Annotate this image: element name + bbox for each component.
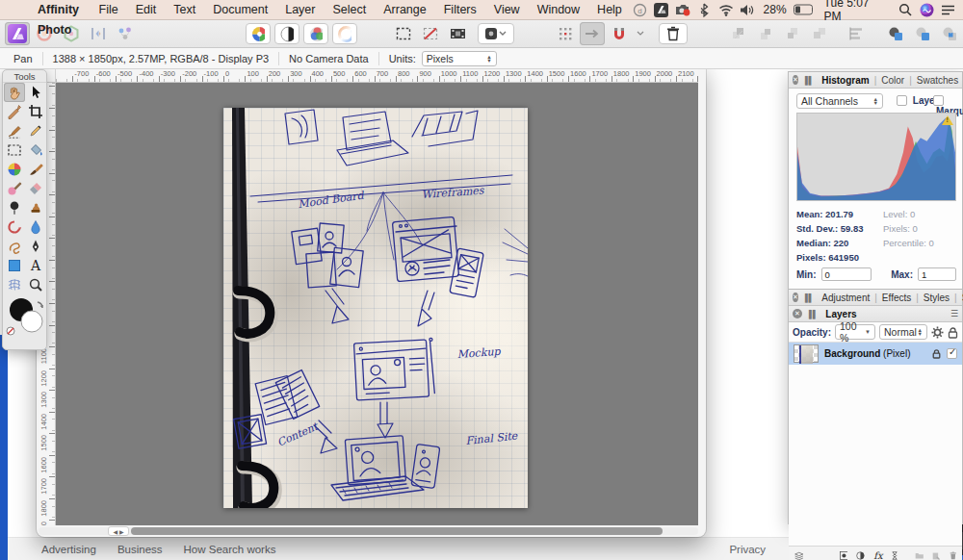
tab-stock[interactable]: Stock <box>959 293 963 303</box>
menu-item-arrange[interactable]: Arrange <box>375 0 434 20</box>
text-tool[interactable]: A <box>25 256 46 275</box>
move-to-back-button[interactable] <box>807 22 832 45</box>
tab-histogram[interactable]: Histogram <box>819 75 872 86</box>
fx-layer-icon[interactable]: fx <box>873 550 882 560</box>
assistant-button[interactable] <box>478 23 514 44</box>
canvas-pasteboard[interactable]: Mood Board Wireframes Mockup Content Fin… <box>56 83 698 525</box>
export-persona-button[interactable] <box>113 22 138 45</box>
tab-adjustment[interactable]: Adjustment <box>819 293 872 303</box>
mixer-brush-tool[interactable] <box>4 179 25 198</box>
add-boolean-button[interactable] <box>883 22 908 45</box>
color-well[interactable] <box>3 294 46 339</box>
menu-item-layer[interactable]: Layer <box>276 0 324 20</box>
collapse-panel-icon[interactable]: ▐▌ <box>802 293 815 302</box>
tab-color[interactable]: Color <box>878 75 907 86</box>
delete-button[interactable] <box>659 23 688 44</box>
menu-item-help[interactable]: Help <box>588 0 631 20</box>
max-input[interactable]: 1 <box>918 267 956 281</box>
lock-icon[interactable] <box>948 326 958 339</box>
blur-tool[interactable] <box>25 217 46 237</box>
footer-link-business[interactable]: Business <box>117 544 163 555</box>
footer-link-privacy[interactable]: Privacy <box>729 544 766 555</box>
menu-item-select[interactable]: Select <box>325 0 376 20</box>
layer-lock-icon[interactable] <box>932 348 941 359</box>
layers-stack-icon[interactable] <box>794 550 804 560</box>
background-color-swatch[interactable] <box>21 311 42 332</box>
menu-item-window[interactable]: Window <box>529 0 588 20</box>
footer-link-advertising[interactable]: Advertising <box>41 544 96 555</box>
footer-link-how-search-works[interactable]: How Search works <box>184 544 276 555</box>
close-panel-icon[interactable]: ✕ <box>793 293 798 302</box>
clone-stamp-tool[interactable] <box>25 198 46 217</box>
layers-list-empty[interactable] <box>789 365 962 546</box>
snapping-options-button[interactable] <box>634 22 647 45</box>
move-forward-button[interactable] <box>753 22 778 45</box>
warning-icon[interactable] <box>942 115 953 125</box>
smudge-tool[interactable] <box>4 217 25 237</box>
select-all-button[interactable] <box>391 22 416 45</box>
close-panel-icon[interactable]: ✕ <box>793 309 802 318</box>
document-photo[interactable]: Mood Board Wireframes Mockup Content Fin… <box>223 108 528 508</box>
photo-persona-button[interactable] <box>5 22 30 45</box>
menu-item-file[interactable]: File <box>91 0 127 20</box>
alignment-button[interactable] <box>844 22 869 45</box>
adjustment-layer-icon[interactable] <box>856 549 865 560</box>
battery-icon[interactable] <box>794 1 813 18</box>
camera-record-icon[interactable] <box>674 1 691 18</box>
intersect-boolean-button[interactable] <box>937 22 962 45</box>
tone-mapping-persona-button[interactable] <box>86 22 111 45</box>
zoom-tool[interactable] <box>25 275 46 294</box>
opacity-dropdown[interactable]: 100 % ▼ <box>835 324 875 340</box>
auto-levels-button[interactable] <box>246 23 271 44</box>
siri-icon[interactable] <box>918 1 935 18</box>
layer-row-background[interactable]: Background (Pixel) ✓ <box>789 343 962 365</box>
selection-brush-tool[interactable] <box>4 121 25 140</box>
shape-tool[interactable] <box>4 256 25 275</box>
subtract-boolean-button[interactable] <box>910 22 935 45</box>
units-stepper[interactable]: ▲▼ <box>486 55 491 63</box>
erase-brush-tool[interactable] <box>25 179 46 198</box>
menu-item-text[interactable]: Text <box>165 0 204 20</box>
flood-fill-tool[interactable] <box>25 140 46 160</box>
auto-contrast-button[interactable] <box>274 23 299 44</box>
app-menu-title[interactable]: Affinity Photo <box>29 0 91 20</box>
tab-layers[interactable]: Layers <box>822 309 859 319</box>
view-tool[interactable] <box>4 83 25 102</box>
units-dropdown[interactable]: Pixels ▲▼ <box>422 51 497 66</box>
notification-list-icon[interactable] <box>939 1 956 18</box>
volume-icon[interactable] <box>739 1 756 18</box>
bluetooth-icon[interactable] <box>695 1 713 18</box>
pixel-grid-button[interactable] <box>553 22 578 45</box>
move-to-front-button[interactable] <box>726 22 751 45</box>
menu-item-filters[interactable]: Filters <box>435 0 485 20</box>
close-panel-icon[interactable]: ✕ <box>793 75 798 85</box>
wifi-icon[interactable] <box>717 1 735 18</box>
mask-layer-icon[interactable] <box>840 549 848 560</box>
tab-effects[interactable]: Effects <box>879 293 914 303</box>
pen-tool[interactable] <box>25 237 46 256</box>
quick-mask-button[interactable] <box>445 22 470 45</box>
menu-item-document[interactable]: Document <box>204 0 276 20</box>
inpainting-tool[interactable] <box>4 237 25 256</box>
mesh-warp-tool[interactable] <box>4 275 25 294</box>
affinity-dark-icon[interactable] <box>652 1 669 18</box>
dodge-burn-tool[interactable] <box>4 198 25 217</box>
auto-white-balance-button[interactable] <box>332 23 357 44</box>
panel-menu-icon[interactable]: ☰ <box>950 309 958 318</box>
paint-brush-tool[interactable] <box>25 160 46 179</box>
move-tool[interactable] <box>25 83 46 102</box>
d-circle-icon[interactable]: d <box>631 1 648 18</box>
scrollbar-stepper[interactable]: ◀▶ <box>108 526 129 536</box>
live-filter-icon[interactable] <box>892 549 898 560</box>
spotlight-icon[interactable] <box>897 1 914 18</box>
layer-checkbox[interactable] <box>897 95 907 106</box>
color-picker-tool[interactable] <box>4 102 25 121</box>
collapse-panel-icon[interactable]: ▐▌ <box>806 310 819 318</box>
tab-swatches[interactable]: Swatches <box>914 75 961 86</box>
collapse-panel-icon[interactable]: ▐▌ <box>802 76 815 85</box>
move-whole-pixels-button[interactable] <box>580 22 605 45</box>
menu-item-edit[interactable]: Edit <box>127 0 166 20</box>
crop-tool[interactable] <box>25 102 46 121</box>
scrollbar-thumb[interactable] <box>131 527 663 535</box>
horizontal-scrollbar[interactable]: ◀▶ <box>39 526 698 536</box>
